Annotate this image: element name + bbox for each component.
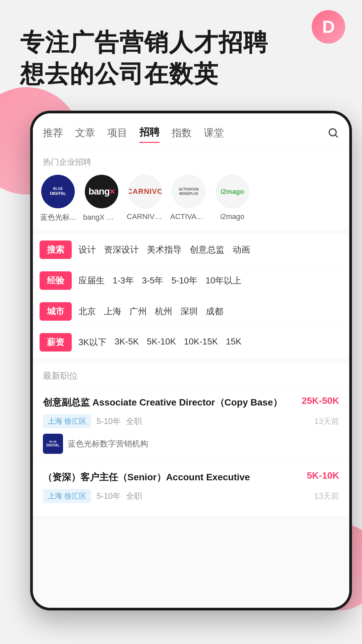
job-time-2: 13天前 — [314, 491, 339, 501]
job-location-1: 上海 徐汇区 — [43, 414, 91, 428]
tab-recommend[interactable]: 推荐 — [43, 126, 63, 143]
company-name-activation: ACTIVATIO... — [170, 212, 207, 221]
filter-option[interactable]: 10K-15K — [184, 336, 218, 348]
filter-option[interactable]: 成都 — [206, 306, 223, 317]
filter-row-city: 城市 北京 上海 广州 杭州 深圳 成都 — [40, 296, 343, 327]
nav-tabs: 推荐 文章 项目 招聘 指数 课堂 — [33, 113, 349, 150]
latest-section: 最新职位 创意副总监 Associate Creative Director（C… — [33, 363, 349, 517]
filter-options-salary: 3K以下 3K-5K 5K-10K 10K-15K 15K — [78, 336, 241, 348]
company-logo-bangx: bang× — [85, 175, 118, 208]
filter-option[interactable]: 设计 — [78, 244, 96, 256]
filter-option[interactable]: 上海 — [104, 306, 121, 317]
filter-tag-experience[interactable]: 经验 — [40, 271, 72, 290]
filter-tag-salary[interactable]: 薪资 — [40, 333, 72, 352]
job-meta-2: 上海 徐汇区 5-10年 全职 13天前 — [43, 489, 339, 503]
job-company-logo-1: BLUE DIGITAL — [43, 434, 63, 454]
filter-option[interactable]: 5K-10K — [147, 336, 176, 348]
companies-row: BLUE DIGITAL 蓝色光标... bang× bangX 上海 — [33, 171, 349, 229]
job-type-2: 全职 — [126, 491, 142, 501]
filter-option[interactable]: 广州 — [129, 306, 147, 317]
tab-course[interactable]: 课堂 — [204, 126, 224, 143]
filter-option[interactable]: 3-5年 — [142, 275, 164, 286]
company-bangx[interactable]: bang× bangX 上海 — [83, 175, 120, 222]
job-card-1[interactable]: 创意副总监 Associate Creative Director（Copy B… — [33, 387, 349, 462]
phone-screen: 推荐 文章 项目 招聘 指数 课堂 热门企业招聘 — [33, 113, 349, 608]
svg-line-1 — [336, 135, 338, 137]
tab-index[interactable]: 指数 — [172, 126, 192, 143]
filter-options-experience: 应届生 1-3年 3-5年 5-10年 10年以上 — [78, 275, 241, 286]
tab-article[interactable]: 文章 — [75, 126, 95, 143]
job-title-row-1: 创意副总监 Associate Creative Director（Copy B… — [43, 395, 339, 410]
filter-tag-search[interactable]: 搜索 — [40, 240, 72, 259]
job-title-2: （资深）客户主任（Senior）Account Executive — [43, 470, 303, 484]
hero-title: 专注广告营销人才招聘 想去的公司在数英 — [20, 27, 308, 90]
company-logo-imago: i2mago — [216, 175, 249, 208]
company-logo-carnivo: CARNIVO — [128, 175, 162, 208]
filter-option[interactable]: 美术指导 — [147, 244, 182, 256]
phone-mockup: 推荐 文章 项目 招聘 指数 课堂 热门企业招聘 — [30, 111, 352, 610]
job-experience-1: 5-10年 — [97, 416, 121, 427]
company-blue-digital[interactable]: BLUE DIGITAL 蓝色光标... — [40, 175, 76, 222]
tab-project[interactable]: 项目 — [107, 126, 127, 143]
job-company-name-1: 蓝色光标数字营销机构 — [68, 438, 148, 449]
filter-option[interactable]: 10年以上 — [205, 275, 241, 286]
filter-tag-city[interactable]: 城市 — [40, 302, 72, 321]
filter-row-salary: 薪资 3K以下 3K-5K 5K-10K 10K-15K 15K — [40, 327, 343, 358]
filter-option[interactable]: 1-3年 — [113, 275, 134, 286]
filter-option[interactable]: 应届生 — [78, 275, 105, 286]
job-company-row-1: BLUE DIGITAL 蓝色光标数字营销机构 — [43, 434, 339, 454]
job-type-1: 全职 — [126, 416, 142, 427]
svg-point-0 — [329, 129, 336, 136]
content-area: 热门企业招聘 BLUE DIGITAL 蓝色光标... bang× — [33, 150, 349, 608]
company-logo-activation: ACTIVATIONMODEPLUS — [172, 175, 205, 208]
filter-option[interactable]: 创意总监 — [190, 244, 225, 256]
companies-section-label: 热门企业招聘 — [33, 150, 349, 171]
company-name-bangx: bangX 上海 — [83, 212, 120, 222]
job-location-2: 上海 徐汇区 — [43, 489, 91, 503]
filter-row-experience: 经验 应届生 1-3年 3-5年 5-10年 10年以上 — [40, 265, 343, 296]
search-icon[interactable] — [327, 127, 339, 142]
filter-option[interactable]: 北京 — [78, 306, 96, 317]
company-name-carnivo: CARNIVO... — [127, 212, 164, 221]
company-logo-blue-digital: BLUE DIGITAL — [41, 175, 75, 208]
filter-option[interactable]: 5-10年 — [171, 275, 197, 286]
job-experience-2: 5-10年 — [97, 491, 121, 501]
job-time-1: 13天前 — [314, 416, 339, 427]
filter-options-search: 设计 资深设计 美术指导 创意总监 动画 — [78, 244, 250, 256]
job-salary-1: 25K-50K — [302, 395, 339, 406]
filter-option[interactable]: 3K以下 — [78, 336, 107, 348]
company-activation[interactable]: ACTIVATIONMODEPLUS ACTIVATIO... — [170, 175, 207, 221]
filter-option[interactable]: 3K-5K — [115, 336, 139, 348]
job-salary-2: 5K-10K — [307, 470, 339, 481]
latest-label: 最新职位 — [33, 363, 349, 387]
app-logo: D — [312, 10, 345, 44]
filter-section: 搜索 设计 资深设计 美术指导 创意总监 动画 经验 应届生 1-3年 — [33, 234, 349, 358]
company-imago[interactable]: i2mago i2mago — [214, 175, 251, 221]
company-name-blue-digital: 蓝色光标... — [40, 212, 76, 222]
job-title-1: 创意副总监 Associate Creative Director（Copy B… — [43, 395, 298, 410]
hero-section: 专注广告营销人才招聘 想去的公司在数英 — [20, 27, 308, 90]
filter-options-city: 北京 上海 广州 杭州 深圳 成都 — [78, 306, 223, 317]
filter-row-search: 搜索 设计 资深设计 美术指导 创意总监 动画 — [40, 234, 343, 265]
company-name-imago: i2mago — [220, 212, 244, 221]
filter-option[interactable]: 杭州 — [155, 306, 172, 317]
filter-option[interactable]: 15K — [226, 336, 241, 348]
job-title-row-2: （资深）客户主任（Senior）Account Executive 5K-10K — [43, 470, 339, 484]
filter-option[interactable]: 深圳 — [180, 306, 198, 317]
tab-recruit[interactable]: 招聘 — [139, 125, 160, 143]
company-carnivo[interactable]: CARNIVO CARNIVO... — [127, 175, 164, 221]
filter-option[interactable]: 资深设计 — [104, 244, 139, 256]
job-card-2[interactable]: （资深）客户主任（Senior）Account Executive 5K-10K… — [33, 462, 349, 517]
filter-option[interactable]: 动画 — [233, 244, 250, 256]
job-meta-1: 上海 徐汇区 5-10年 全职 13天前 — [43, 414, 339, 428]
